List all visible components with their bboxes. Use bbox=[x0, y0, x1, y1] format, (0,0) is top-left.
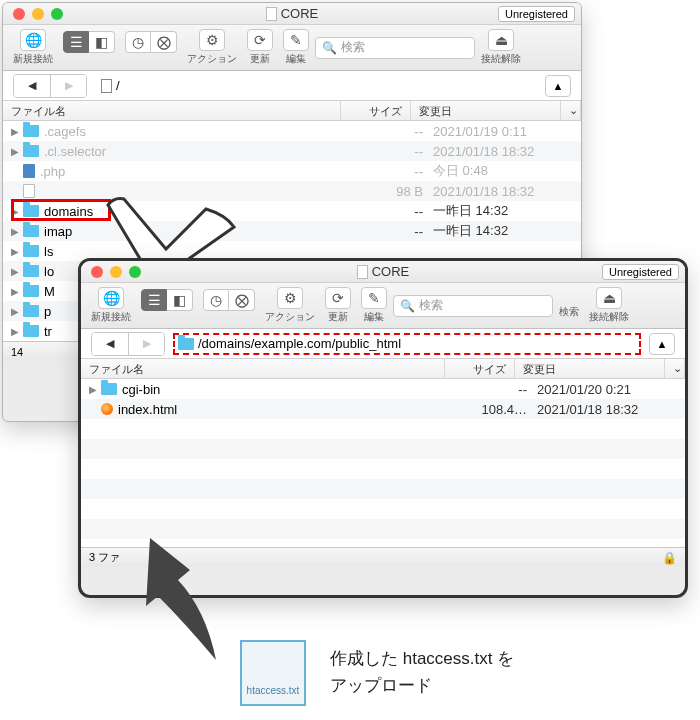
action-button[interactable]: ⚙︎アクション bbox=[261, 285, 319, 326]
table-row bbox=[81, 499, 685, 519]
file-size: -- bbox=[363, 204, 423, 219]
view-buttons[interactable]: ☰◧ bbox=[59, 29, 119, 67]
pencil-icon: ✎ bbox=[361, 287, 387, 309]
sort-chevron-icon[interactable]: ⌄ bbox=[665, 359, 685, 378]
disclosure-triangle-icon[interactable]: ▶ bbox=[11, 326, 23, 337]
list-header[interactable]: ファイル名 サイズ 変更日 ⌄ bbox=[81, 359, 685, 379]
toolbar: 🌐新規接続 ☰◧ ◷⨂ ⚙︎アクション ⟳更新 ✎編集 🔍検索 検索 ⏏接続解除 bbox=[81, 283, 685, 329]
list-view-icon[interactable]: ☰ bbox=[141, 289, 167, 311]
refresh-button[interactable]: ⟳更新 bbox=[321, 285, 355, 326]
eject-icon: ⏏ bbox=[596, 287, 622, 309]
file-list[interactable]: ▶cgi-bin--2021/01/20 0:21▶index.html108.… bbox=[81, 379, 685, 547]
list-header[interactable]: ファイル名 サイズ 変更日 ⌄ bbox=[3, 101, 581, 121]
path-field[interactable]: /domains/example.com/public_html bbox=[173, 333, 641, 355]
refresh-button[interactable]: ⟳更新 bbox=[243, 27, 277, 68]
table-row[interactable]: ▶.cagefs--2021/01/19 0:11 bbox=[3, 121, 581, 141]
table-row[interactable]: ▶98 B2021/01/18 18:32 bbox=[3, 181, 581, 201]
table-row[interactable]: ▶cgi-bin--2021/01/20 0:21 bbox=[81, 379, 685, 399]
nav-back-forward[interactable]: ◀▶ bbox=[13, 74, 87, 98]
file-size: -- bbox=[467, 382, 527, 397]
disclosure-triangle-icon[interactable]: ▶ bbox=[11, 186, 23, 197]
lock-icon: 🔒 bbox=[662, 551, 677, 565]
filter-icon[interactable]: ⨂ bbox=[229, 289, 255, 311]
sort-chevron-icon[interactable]: ⌄ bbox=[561, 101, 581, 120]
disclosure-triangle-icon[interactable]: ▶ bbox=[11, 246, 23, 257]
disclosure-triangle-icon[interactable]: ▶ bbox=[11, 286, 23, 297]
up-button[interactable]: ▲ bbox=[649, 333, 675, 355]
history-button[interactable]: ◷⨂ bbox=[121, 29, 181, 67]
disclosure-triangle-icon[interactable]: ▶ bbox=[11, 146, 23, 157]
minimize-icon[interactable] bbox=[110, 266, 122, 278]
disclosure-triangle-icon[interactable]: ▶ bbox=[11, 266, 23, 277]
col-size[interactable]: サイズ bbox=[445, 359, 515, 378]
col-name[interactable]: ファイル名 bbox=[3, 101, 341, 120]
file-name: .cagefs bbox=[23, 124, 363, 139]
titlebar[interactable]: CORE Unregistered bbox=[81, 261, 685, 283]
edit-button[interactable]: ✎編集 bbox=[357, 285, 391, 326]
zoom-icon[interactable] bbox=[129, 266, 141, 278]
disconnect-button[interactable]: ⏏接続解除 bbox=[585, 285, 633, 326]
titlebar[interactable]: CORE Unregistered bbox=[3, 3, 581, 25]
minimize-icon[interactable] bbox=[32, 8, 44, 20]
search-icon: 🔍 bbox=[400, 299, 415, 313]
back-button[interactable]: ◀ bbox=[92, 333, 128, 355]
disclosure-triangle-icon[interactable]: ▶ bbox=[11, 166, 23, 177]
table-row[interactable]: ▶imap--一昨日 14:32 bbox=[3, 221, 581, 241]
col-date[interactable]: 変更日 bbox=[515, 359, 665, 378]
file-size: -- bbox=[363, 224, 423, 239]
disclosure-triangle-icon[interactable]: ▶ bbox=[11, 306, 23, 317]
search-input[interactable]: 🔍検索 bbox=[315, 37, 475, 59]
close-icon[interactable] bbox=[91, 266, 103, 278]
window-title: CORE bbox=[3, 6, 581, 21]
file-name: domains bbox=[23, 204, 363, 219]
pencil-icon: ✎ bbox=[283, 29, 309, 51]
file-size: 108.4… bbox=[467, 402, 527, 417]
disclosure-triangle-icon[interactable]: ▶ bbox=[11, 126, 23, 137]
table-row[interactable]: ▶.php--今日 0:48 bbox=[3, 161, 581, 181]
close-icon[interactable] bbox=[13, 8, 25, 20]
clock-icon[interactable]: ◷ bbox=[203, 289, 229, 311]
col-date[interactable]: 変更日 bbox=[411, 101, 561, 120]
view-buttons[interactable]: ☰◧ bbox=[137, 287, 197, 325]
edit-button[interactable]: ✎編集 bbox=[279, 27, 313, 68]
folder-icon bbox=[101, 383, 117, 395]
list-view-icon[interactable]: ☰ bbox=[63, 31, 89, 53]
up-button[interactable]: ▲ bbox=[545, 75, 571, 97]
file-name bbox=[23, 184, 363, 198]
gear-icon: ⚙︎ bbox=[277, 287, 303, 309]
file-name: ls bbox=[23, 244, 363, 259]
disclosure-triangle-icon[interactable]: ▶ bbox=[11, 226, 23, 237]
column-view-icon[interactable]: ◧ bbox=[89, 31, 115, 53]
path-field[interactable]: / bbox=[95, 75, 537, 97]
table-row[interactable]: ▶index.html108.4…2021/01/18 18:32 bbox=[81, 399, 685, 419]
table-row[interactable]: ▶domains--一昨日 14:32 bbox=[3, 201, 581, 221]
file-date: 2021/01/18 18:32 bbox=[423, 144, 573, 159]
filter-icon[interactable]: ⨂ bbox=[151, 31, 177, 53]
path-bar: ◀▶ /domains/example.com/public_html ▲ bbox=[81, 329, 685, 359]
action-button[interactable]: ⚙︎アクション bbox=[183, 27, 241, 68]
forward-button[interactable]: ▶ bbox=[50, 75, 86, 97]
gear-icon: ⚙︎ bbox=[199, 29, 225, 51]
col-size[interactable]: サイズ bbox=[341, 101, 411, 120]
disclosure-triangle-icon[interactable]: ▶ bbox=[11, 206, 23, 217]
column-view-icon[interactable]: ◧ bbox=[167, 289, 193, 311]
history-button[interactable]: ◷⨂ bbox=[199, 287, 259, 325]
refresh-icon: ⟳ bbox=[247, 29, 273, 51]
search-input[interactable]: 🔍検索 bbox=[393, 295, 553, 317]
col-name[interactable]: ファイル名 bbox=[81, 359, 445, 378]
disclosure-triangle-icon[interactable]: ▶ bbox=[89, 404, 101, 415]
file-size: -- bbox=[363, 164, 423, 179]
eject-icon: ⏏ bbox=[488, 29, 514, 51]
new-connection-button[interactable]: 🌐新規接続 bbox=[87, 285, 135, 326]
nav-back-forward[interactable]: ◀▶ bbox=[91, 332, 165, 356]
clock-icon[interactable]: ◷ bbox=[125, 31, 151, 53]
forward-button[interactable]: ▶ bbox=[128, 333, 164, 355]
table-row[interactable]: ▶.cl.selector--2021/01/18 18:32 bbox=[3, 141, 581, 161]
back-button[interactable]: ◀ bbox=[14, 75, 50, 97]
disconnect-button[interactable]: ⏏接続解除 bbox=[477, 27, 525, 68]
file-date: 今日 0:48 bbox=[423, 162, 573, 180]
file-name: imap bbox=[23, 224, 363, 239]
disclosure-triangle-icon[interactable]: ▶ bbox=[89, 384, 101, 395]
zoom-icon[interactable] bbox=[51, 8, 63, 20]
new-connection-button[interactable]: 🌐新規接続 bbox=[9, 27, 57, 68]
